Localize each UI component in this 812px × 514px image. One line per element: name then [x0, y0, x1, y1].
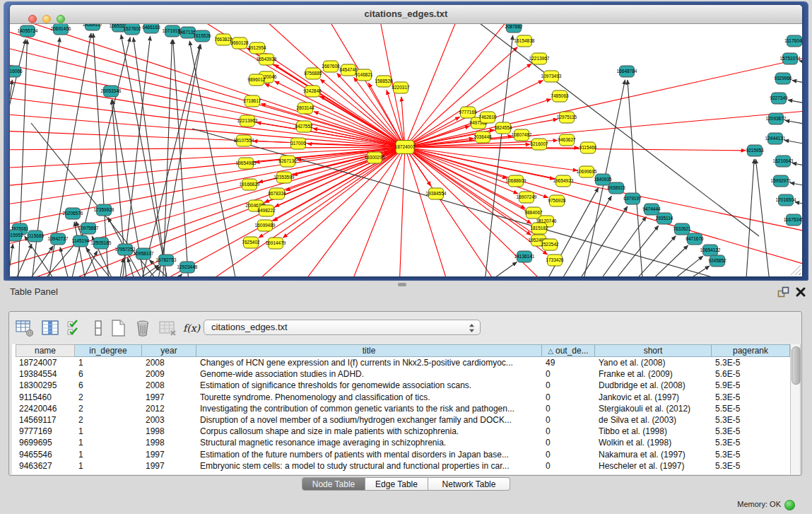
graph-node[interactable]: 14136141 — [514, 251, 535, 262]
graph-node[interactable]: 12505185 — [91, 238, 112, 249]
graph-node[interactable]: 9115460 — [579, 142, 597, 153]
table-cell[interactable]: 5.9E-5 — [712, 380, 790, 391]
table-cell[interactable]: 1 — [75, 437, 142, 448]
table-cell[interactable]: 5.3E-5 — [712, 460, 790, 472]
close-window-button[interactable] — [28, 15, 37, 23]
graph-node[interactable]: 16648784 — [617, 66, 637, 77]
delete-table-icon[interactable] — [133, 318, 153, 338]
table-cell[interactable]: 9463627 — [16, 460, 75, 472]
memory-ok-indicator[interactable] — [784, 500, 795, 510]
table-row[interactable]: 1872400712008Changes of HCN gene express… — [16, 357, 790, 368]
graph-node[interactable]: 7632621 — [673, 223, 691, 235]
graph-node[interactable]: 8471676 — [686, 233, 704, 245]
table-cell[interactable]: 0 — [542, 403, 595, 414]
graph-node[interactable]: 18107554 — [234, 135, 254, 146]
table-cell[interactable]: 0 — [542, 426, 595, 437]
graph-node[interactable]: 19166829 — [240, 179, 260, 190]
vertical-scrollbar[interactable] — [790, 344, 801, 474]
table-cell[interactable]: 5.5E-5 — [712, 403, 790, 414]
table-cell[interactable]: 0 — [542, 392, 595, 403]
table-cell[interactable]: 2009 — [142, 368, 196, 380]
graph-node[interactable]: 8678334 — [268, 188, 286, 199]
graph-node[interactable]: 10807487 — [512, 129, 532, 141]
table-cell[interactable]: 6 — [75, 368, 142, 380]
graph-node[interactable]: 16210643 — [773, 156, 794, 167]
graph-node[interactable]: 2935114 — [656, 213, 673, 224]
graph-node[interactable]: 2036448 — [473, 132, 492, 143]
table-cell[interactable]: 18300295 — [16, 380, 75, 391]
table-cell[interactable]: 0 — [542, 437, 595, 448]
table-cell[interactable]: 1998 — [142, 437, 196, 448]
table-cell[interactable]: 2003 — [142, 414, 196, 426]
graph-node[interactable]: 12093872 — [766, 113, 787, 124]
tab-node-table[interactable]: Node Table — [302, 477, 365, 491]
table-cell[interactable]: 1997 — [142, 449, 196, 460]
graph-node[interactable]: 17016504 — [776, 194, 796, 206]
splitter-handle[interactable] — [398, 283, 406, 286]
select-columns-icon[interactable] — [66, 318, 86, 338]
table-cell[interactable]: Jankovic et al. (1997) — [595, 392, 712, 403]
tab-edge-table[interactable]: Edge Table — [365, 477, 428, 491]
graph-node[interactable]: 8498222 — [257, 205, 276, 216]
show-columns-icon[interactable] — [40, 318, 60, 338]
tab-network-table[interactable]: Network Table — [428, 477, 510, 491]
row-height-icon[interactable] — [88, 318, 108, 338]
graph-node[interactable]: 1815182 — [530, 223, 548, 234]
table-cell[interactable]: Estimation of significance thresholds fo… — [196, 380, 542, 391]
window-titlebar[interactable]: citations_edges.txt — [10, 5, 802, 24]
table-settings-icon[interactable] — [15, 318, 35, 338]
table-cell[interactable]: 1 — [75, 426, 142, 437]
graph-node[interactable]: 12923448 — [177, 262, 198, 273]
column-header-short[interactable]: short — [595, 344, 712, 357]
graph-node[interactable]: 18724007 — [395, 141, 416, 154]
graph-node[interactable]: 20053346 — [101, 86, 122, 97]
table-cell[interactable]: Estimation of the future numbers of pati… — [196, 449, 542, 460]
table-cell[interactable]: Dudbridge et al. (2008) — [595, 380, 712, 391]
column-header-out_de[interactable]: △out_de... — [542, 344, 595, 357]
graph-node[interactable]: 7625402 — [242, 237, 260, 248]
graph-node[interactable]: 2516066 — [10, 66, 23, 77]
table-cell[interactable]: 9777169 — [16, 426, 75, 437]
table-cell[interactable]: 1998 — [142, 426, 196, 437]
zoom-window-button[interactable] — [57, 15, 65, 23]
table-cell[interactable]: Changes of HCN gene expression and I(f) … — [196, 357, 542, 368]
table-cell[interactable]: Tourette syndrome. Phenomenology and cla… — [196, 392, 542, 403]
graph-node[interactable]: 19654923 — [553, 175, 574, 187]
graph-node[interactable]: 9777169 — [459, 107, 477, 118]
graph-node[interactable]: 10688609 — [506, 175, 526, 187]
graph-node[interactable]: 12213963 — [237, 115, 258, 127]
table-cell[interactable]: Franke et al. (2009) — [595, 368, 712, 380]
graph-node[interactable]: 16154838 — [514, 35, 535, 47]
graph-node[interactable]: 12353599 — [274, 172, 295, 183]
table-cell[interactable]: 2 — [75, 392, 142, 403]
graph-node[interactable]: 17957253 — [115, 244, 136, 255]
table-cell[interactable]: Yano et al. (2008) — [595, 357, 712, 368]
graph-node[interactable]: 10975887 — [78, 223, 99, 234]
table-cell[interactable]: 0 — [542, 460, 595, 472]
graph-node[interactable]: 9329966 — [774, 73, 792, 84]
graph-node[interactable]: 2087682 — [505, 24, 523, 33]
table-cell[interactable]: 1 — [75, 460, 142, 472]
table-cell[interactable]: 5.3E-5 — [712, 437, 790, 448]
graph-node[interactable]: 1145194 — [72, 235, 90, 247]
float-window-icon[interactable] — [777, 286, 789, 298]
graph-node[interactable]: 9227349 — [770, 93, 788, 104]
graph-node[interactable]: 16782753 — [156, 255, 177, 266]
graph-node[interactable]: 9245852 — [708, 255, 726, 267]
table-cell[interactable]: 2008 — [142, 357, 196, 368]
function-builder-icon[interactable]: f(x) — [182, 318, 201, 338]
table-cell[interactable]: 0 — [542, 414, 595, 426]
table-cell[interactable]: 9115460 — [16, 392, 75, 403]
graph-node[interactable]: 6379197 — [623, 193, 642, 204]
table-cell[interactable]: 0 — [542, 380, 595, 391]
table-cell[interactable]: Embryonic stem cells: a model to study s… — [196, 460, 542, 472]
column-header-in_degree[interactable]: in_degree — [75, 344, 142, 357]
table-cell[interactable]: 49 — [542, 357, 595, 368]
graph-node[interactable]: 16543938 — [257, 54, 277, 65]
graph-node[interactable]: 12975115 — [557, 112, 577, 123]
table-cell[interactable]: 9699695 — [16, 437, 75, 448]
table-cell[interactable]: 1997 — [142, 460, 196, 472]
table-cell[interactable]: 19384554 — [16, 368, 75, 380]
graph-node[interactable]: 1115689 — [27, 230, 45, 242]
graph-node[interactable]: 1733426 — [546, 255, 564, 266]
